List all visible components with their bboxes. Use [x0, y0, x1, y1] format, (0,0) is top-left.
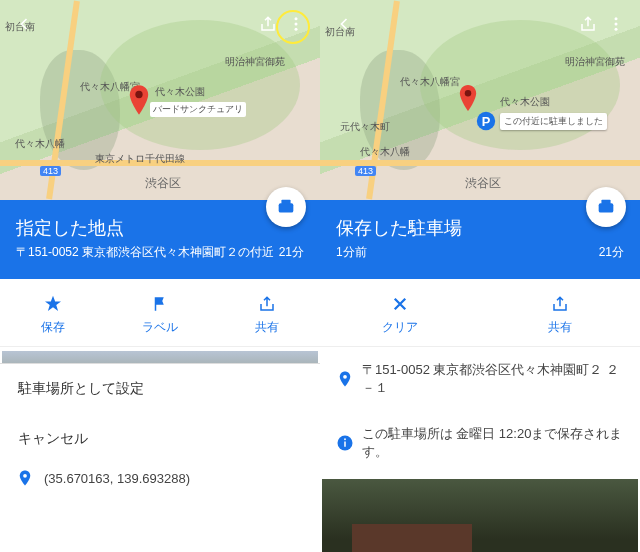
map-label: 元代々木町	[340, 120, 390, 134]
svg-rect-4	[279, 203, 294, 212]
svg-rect-15	[601, 200, 610, 205]
ward-label: 渋谷区	[465, 175, 501, 192]
screen-left: 初台南 明治神宮御苑 代々木八幡宮 代々木公園 バードサンクチュアリ 代々木八幡…	[0, 0, 320, 552]
address-row[interactable]: 〒151-0052 東京都渋谷区代々木神園町２ ２－１	[320, 347, 640, 411]
map-label: 明治神宮御苑	[565, 55, 625, 69]
back-button[interactable]	[10, 10, 38, 38]
svg-point-9	[615, 23, 618, 26]
action-bar: 保存 ラベル 共有	[0, 279, 320, 347]
svg-point-16	[343, 375, 347, 379]
info-icon	[336, 434, 362, 452]
ward-label: 渋谷区	[145, 175, 181, 192]
map-label: 代々木公園	[500, 95, 550, 109]
parking-popup[interactable]: この付近に駐車しました	[500, 113, 607, 130]
pin-label: バードサンクチュアリ	[150, 102, 246, 117]
action-label: 共有	[255, 320, 279, 334]
svg-point-8	[615, 17, 618, 20]
share-button[interactable]: 共有	[213, 279, 320, 346]
svg-point-10	[615, 28, 618, 31]
more-menu-button[interactable]	[602, 10, 630, 38]
star-icon	[0, 293, 107, 315]
svg-point-2	[295, 28, 298, 31]
share-icon[interactable]	[254, 10, 282, 38]
map-label: 代々木八幡	[15, 137, 65, 151]
svg-rect-14	[599, 203, 614, 212]
menu-cancel[interactable]: キャンセル	[0, 414, 320, 464]
action-label: 保存	[41, 320, 65, 334]
svg-point-1	[295, 23, 298, 26]
pin-icon	[16, 469, 44, 487]
menu-set-parking[interactable]: 駐車場所として設定	[0, 364, 320, 414]
action-label: クリア	[382, 320, 418, 334]
svg-text:P: P	[482, 114, 491, 129]
svg-point-0	[295, 17, 298, 20]
map-label: 代々木八幡宮	[400, 75, 460, 89]
card-address: 〒151-0052 東京都渋谷区代々木神園町２の付近	[16, 244, 274, 261]
share-button[interactable]: 共有	[480, 279, 640, 346]
directions-fab[interactable]	[586, 187, 626, 227]
svg-point-3	[135, 91, 142, 98]
label-button[interactable]: ラベル	[107, 279, 214, 346]
svg-point-19	[344, 438, 346, 440]
screen-right: 初台南 明治神宮御苑 代々木八幡宮 代々木公園 元代々木町 代々木八幡 413 …	[320, 0, 640, 552]
close-icon	[320, 293, 480, 315]
svg-rect-18	[344, 442, 346, 447]
share-icon[interactable]	[574, 10, 602, 38]
save-button[interactable]: 保存	[0, 279, 107, 346]
map-label: 代々木公園	[155, 85, 205, 99]
svg-point-7	[23, 474, 27, 478]
back-button[interactable]	[330, 10, 358, 38]
map-label: 東京メトロ千代田線	[95, 152, 185, 166]
route-badge: 413	[40, 166, 61, 176]
action-label: ラベル	[142, 320, 178, 334]
card-title: 指定した地点	[16, 216, 304, 240]
action-label: 共有	[548, 320, 572, 334]
parking-pin-icon[interactable]: P	[475, 110, 497, 132]
action-bar: クリア 共有	[320, 279, 640, 347]
map-area[interactable]: 初台南 明治神宮御苑 代々木八幡宮 代々木公園 元代々木町 代々木八幡 413 …	[320, 0, 640, 200]
map-pin-icon[interactable]	[458, 85, 478, 111]
flag-icon	[107, 293, 214, 315]
top-bar	[0, 0, 320, 48]
map-pin-icon[interactable]	[128, 85, 150, 115]
svg-rect-5	[281, 200, 290, 205]
share-icon	[213, 293, 320, 315]
share-icon	[480, 293, 640, 315]
streetview-image[interactable]	[322, 479, 638, 552]
top-bar	[320, 0, 640, 48]
clear-button[interactable]: クリア	[320, 279, 480, 346]
card-subtitle: 1分前	[336, 244, 367, 261]
info-row[interactable]: この駐車場所は 金曜日 12:20まで保存されます。	[320, 411, 640, 475]
route-badge: 413	[355, 166, 376, 176]
map-label: 明治神宮御苑	[225, 55, 285, 69]
map-label: 代々木八幡	[360, 145, 410, 159]
coords-text: (35.670163, 139.693288)	[44, 471, 190, 486]
card-time: 21分	[599, 244, 624, 261]
card-time: 21分	[279, 244, 304, 261]
pin-icon	[336, 370, 362, 388]
card-title: 保存した駐車場	[336, 216, 624, 240]
more-menu-button[interactable]	[282, 10, 310, 38]
map-area[interactable]: 初台南 明治神宮御苑 代々木八幡宮 代々木公園 バードサンクチュアリ 代々木八幡…	[0, 0, 320, 200]
directions-fab[interactable]	[266, 187, 306, 227]
svg-point-11	[465, 90, 472, 97]
bottom-sheet: 駐車場所として設定 キャンセル	[0, 363, 320, 464]
info-text: この駐車場所は 金曜日 12:20まで保存されます。	[362, 425, 624, 461]
address-text: 〒151-0052 東京都渋谷区代々木神園町２ ２－１	[362, 361, 624, 397]
